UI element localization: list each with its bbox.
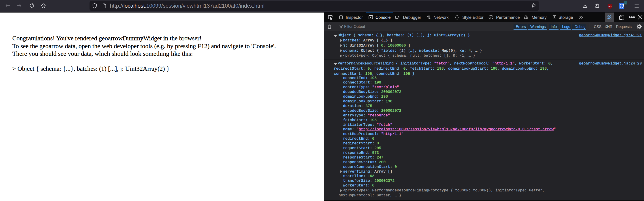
svg-text:2: 2 bbox=[624, 1, 626, 4]
svg-text:uO: uO bbox=[608, 5, 612, 8]
